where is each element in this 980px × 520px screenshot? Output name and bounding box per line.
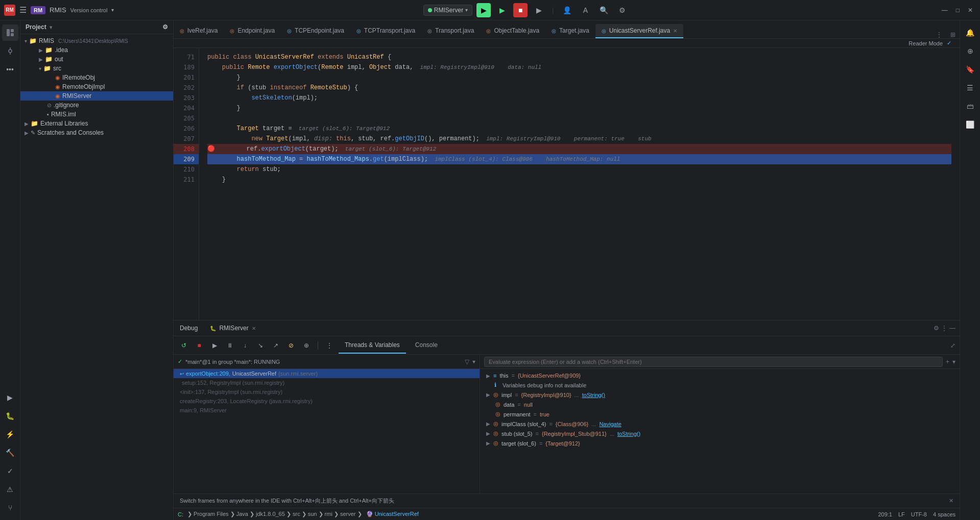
account-icon[interactable]: 👤 (560, 3, 574, 17)
debug-tab-label[interactable]: Debug (174, 320, 204, 336)
var-item-data[interactable]: ◎ data = null (480, 400, 960, 409)
stop-debug-button[interactable]: ■ (193, 339, 205, 352)
tree-item-rmisiml[interactable]: ▪ RMIS.iml (20, 110, 173, 119)
right-icon-bookmarks[interactable]: 🔖 (962, 61, 978, 78)
tree-item-external-libs[interactable]: ▶ 📁 External Libraries (20, 119, 173, 128)
sidebar-icon-todo[interactable]: ✓ (2, 463, 18, 479)
right-icon-notifications[interactable]: 🔔 (962, 24, 978, 41)
expand-variables-icon[interactable]: ▾ (952, 358, 955, 365)
sidebar-icon-profiler[interactable]: ⚡ (2, 426, 18, 442)
panel-menu-icon[interactable]: ⋮ (941, 325, 947, 332)
view-breakpoints-button[interactable]: ⊕ (300, 339, 313, 352)
frame-item-1[interactable]: setup:152, RegistryImpl (sun.rmi.registr… (174, 378, 480, 387)
sidebar-icon-more[interactable]: ••• (2, 61, 18, 78)
run-button[interactable]: ▶ (476, 3, 491, 17)
var-item-this[interactable]: ▶ ≡ this = {UnicastServerRef@909} (480, 371, 960, 380)
tab-close-icon[interactable]: ✕ (673, 28, 677, 34)
search-icon[interactable]: 🔍 (596, 3, 611, 17)
close-button[interactable]: ✕ (965, 7, 976, 14)
var-expand-icon[interactable]: ▶ (486, 440, 490, 446)
tree-item-gitignore[interactable]: ⊘ .gitignore (20, 101, 173, 110)
tree-item-src[interactable]: ▾ 📁 src (20, 64, 173, 73)
tree-item-remoteobjimpl[interactable]: ◉ RemoteObjImpl (20, 82, 173, 91)
vcs-button[interactable]: Version control (70, 7, 108, 13)
sidebar-icon-problems[interactable]: ⚠ (2, 481, 18, 498)
tree-item-scratches[interactable]: ▶ ✎ Scratches and Consoles (20, 128, 173, 137)
tab-endpoint[interactable]: ◎ Endpoint.java (224, 24, 281, 38)
add-watch-icon[interactable]: + (946, 358, 949, 365)
navigate-link[interactable]: Navigate (599, 421, 621, 427)
frame-item-2[interactable]: <init>:137, RegistryImpl (sun.rmi.regist… (174, 387, 480, 397)
mute-breakpoints-button[interactable]: ⊘ (285, 339, 297, 352)
tab-liveref[interactable]: ◎ lveRef.java (174, 24, 224, 38)
tab-tcpendpoint[interactable]: ◎ TCPEndpoint.java (281, 24, 350, 38)
right-icon-diff[interactable]: ⬜ (962, 116, 978, 133)
hamburger-menu[interactable]: ☰ (19, 5, 27, 15)
debug-panel-expand[interactable]: ⤢ (950, 342, 955, 349)
tab-objecttable[interactable]: ◎ ObjectTable.java (480, 24, 545, 38)
panel-settings-icon[interactable]: ⚙ (934, 325, 939, 332)
var-item-implclass[interactable]: ▶ ◎ implClass (slot_4) = {Class@906} ...… (480, 419, 960, 429)
var-item-stub[interactable]: ▶ ◎ stub (slot_5) = {RegistryImpl_Stub@9… (480, 429, 960, 438)
more-button[interactable]: ⋮ (323, 339, 336, 352)
tree-item-iremoteobj[interactable]: ◉ IRemoteObj (20, 73, 173, 82)
debug-console-tab[interactable]: Console (409, 337, 444, 354)
var-expand-icon[interactable]: ▶ (486, 421, 490, 427)
var-type-icon: ◎ (495, 411, 500, 417)
debug-threads-tab[interactable]: Threads & Variables (339, 337, 406, 354)
sidebar-icon-commit[interactable] (2, 43, 18, 59)
thread-filter-icon[interactable]: ▽ (465, 358, 469, 365)
tab-layout-icon[interactable]: ⊞ (946, 31, 960, 38)
right-icon-plugin[interactable]: ⊕ (962, 43, 978, 59)
step-over-down[interactable]: ↓ (239, 339, 251, 352)
right-icon-db[interactable]: 🗃 (962, 98, 978, 114)
debug-close-icon[interactable]: ✕ (252, 326, 256, 331)
tostring-link2[interactable]: toString() (617, 431, 640, 437)
tab-target[interactable]: ◎ Target.java (545, 24, 595, 38)
tab-tcptransport[interactable]: ◎ TCPTransport.java (350, 24, 421, 38)
thread-expand-icon[interactable]: ▾ (472, 358, 475, 365)
panel-minimize-icon[interactable]: — (949, 325, 955, 332)
tostring-link[interactable]: toString() (582, 392, 605, 398)
rmiserver-debug-tab[interactable]: 🐛 RMIServer ✕ (204, 320, 261, 336)
tab-transport[interactable]: ◎ Transport.java (421, 24, 480, 38)
maximize-button[interactable]: □ (953, 7, 963, 14)
step-out-button[interactable]: ↗ (270, 339, 282, 352)
info-icon: ℹ (494, 382, 496, 388)
stop-button[interactable]: ■ (513, 3, 528, 17)
sidebar-icon-project[interactable] (2, 24, 18, 41)
project-settings-icon[interactable]: ⚙ (162, 23, 168, 31)
minimize-button[interactable]: — (939, 7, 951, 14)
tree-item-out[interactable]: ▶ 📁 out (20, 55, 173, 64)
step-into-button[interactable]: ↘ (254, 339, 267, 352)
tree-item-idea[interactable]: ▶ 📁 .idea (20, 45, 173, 55)
tab-unicastserverref[interactable]: ◎ UnicastServerRef.java ✕ (595, 24, 683, 38)
tab-more-icon[interactable]: ⋮ (932, 31, 946, 38)
right-icon-structure[interactable]: ☰ (962, 80, 978, 96)
coverage-button[interactable]: ▶ (532, 3, 546, 17)
rerun-button[interactable]: ↺ (178, 339, 190, 352)
var-expand-icon[interactable]: ▶ (486, 392, 490, 398)
sidebar-icon-git[interactable]: ⑂ (2, 500, 18, 516)
translate-icon[interactable]: A (578, 3, 592, 17)
frame-item-4[interactable]: main:9, RMIServer (174, 406, 480, 415)
tree-item-rmiserver[interactable]: ◉ RMIServer (20, 91, 173, 101)
tree-item-rmis[interactable]: ▾ 📁 RMIS C:\Users\14341\Desktop\RMIS (20, 36, 173, 45)
frame-item-3[interactable]: createRegistry:203, LocateRegistry (java… (174, 397, 480, 406)
resume-button[interactable]: ▶ (208, 339, 221, 352)
sidebar-icon-build[interactable]: 🔨 (2, 444, 18, 461)
debug-msg-close-icon[interactable]: ✕ (949, 498, 953, 504)
run-config-selector[interactable]: RMIServer ▾ (423, 5, 472, 16)
var-expand-icon[interactable]: ▶ (486, 431, 490, 436)
sidebar-icon-debug[interactable]: 🐛 (2, 408, 18, 424)
pause-button[interactable]: ⏸ (224, 339, 236, 352)
frame-item-0[interactable]: ↩ exportObject:209, UnicastServerRef (su… (174, 369, 480, 378)
var-item-permanent[interactable]: ◎ permanent = true (480, 409, 960, 419)
expression-input[interactable] (484, 357, 943, 367)
settings-icon[interactable]: ⚙ (615, 3, 629, 17)
var-expand-icon[interactable]: ▶ (486, 373, 490, 379)
var-item-impl[interactable]: ▶ ◎ impl = {RegistryImpl@910} ... toStri… (480, 390, 960, 400)
sidebar-icon-run[interactable]: ▶ (2, 389, 18, 406)
debug-run-button[interactable]: ▶ (495, 3, 509, 17)
var-item-target[interactable]: ▶ ◎ target (slot_6) = {Target@912} (480, 438, 960, 448)
